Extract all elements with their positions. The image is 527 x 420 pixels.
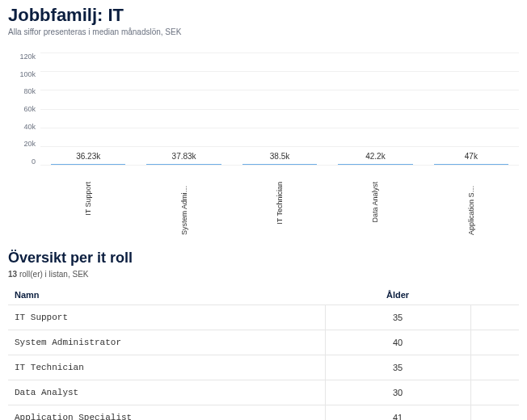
cell-name: IT Technician <box>8 355 325 380</box>
bar-slot: 36.23k <box>40 152 136 165</box>
overview-title: Översikt per it roll <box>8 250 519 267</box>
bar[interactable] <box>146 164 221 165</box>
y-tick: 60k <box>23 105 36 113</box>
y-tick: 100k <box>19 70 36 78</box>
overview-table: Namn Ålder IT Support35System Administra… <box>8 285 519 420</box>
cell-age: 35 <box>325 355 470 380</box>
page-title: Jobbfamilj: IT <box>8 5 519 26</box>
col-name-header[interactable]: Namn <box>8 285 325 305</box>
cell-extra <box>470 305 519 330</box>
bar-slot: 42.2k <box>327 152 423 165</box>
cell-age: 40 <box>325 330 470 355</box>
y-tick: 20k <box>23 140 36 148</box>
cell-extra <box>470 330 519 355</box>
x-tick-label: IT Technician <box>276 182 284 225</box>
col-extra-header <box>470 285 519 305</box>
chart-y-axis: 120k100k80k60k40k20k0 <box>8 52 40 166</box>
bar[interactable] <box>434 164 508 165</box>
x-tick-label: IT Support <box>84 182 92 216</box>
bar[interactable] <box>51 164 125 165</box>
cell-extra <box>470 380 519 405</box>
bar-value-label: 38.5k <box>270 152 289 161</box>
bar-slot: 38.5k <box>232 152 327 165</box>
bar-slot: 37.83k <box>136 152 231 165</box>
x-tick-label: Application Specialist <box>467 182 475 235</box>
chart-x-axis: IT SupportSystem Administrat...IT Techni… <box>40 174 519 235</box>
bar-value-label: 36.23k <box>76 152 100 161</box>
y-tick: 120k <box>19 52 36 61</box>
overview-subtitle: 13 roll(er) i listan, SEK <box>8 270 519 279</box>
chart-plot: 36.23k37.83k38.5k42.2k47k <box>40 52 519 166</box>
overview-subtitle-rest: roll(er) i listan, SEK <box>17 270 88 279</box>
bar-value-label: 37.83k <box>172 152 196 161</box>
table-header-row: Namn Ålder <box>8 285 519 305</box>
x-tick-label: Data Analyst <box>371 182 379 223</box>
page-subtitle: Alla siffor presenteras i median månadsl… <box>8 27 519 36</box>
table-row[interactable]: Data Analyst30 <box>8 380 519 405</box>
cell-extra <box>470 405 519 421</box>
bar[interactable] <box>242 164 317 165</box>
overview-count: 13 <box>8 270 17 279</box>
cell-name: Data Analyst <box>8 380 325 405</box>
bar-slot: 47k <box>424 152 519 165</box>
y-tick: 0 <box>32 158 36 166</box>
x-tick-label: System Administrat... <box>180 182 188 235</box>
table-row[interactable]: IT Technician35 <box>8 355 519 380</box>
table-row[interactable]: System Administrator40 <box>8 330 519 355</box>
col-age-header[interactable]: Ålder <box>325 285 470 305</box>
bar[interactable] <box>338 164 412 165</box>
cell-name: System Administrator <box>8 330 325 355</box>
bar-value-label: 42.2k <box>365 152 385 161</box>
y-tick: 40k <box>23 123 36 131</box>
table-row[interactable]: Application Specialist41 <box>8 405 519 421</box>
cell-extra <box>470 355 519 380</box>
cell-name: Application Specialist <box>8 405 325 421</box>
cell-age: 30 <box>325 380 470 405</box>
cell-name: IT Support <box>8 305 325 330</box>
cell-age: 35 <box>325 305 470 330</box>
table-row[interactable]: IT Support35 <box>8 305 519 330</box>
cell-age: 41 <box>325 405 470 421</box>
salary-bar-chart: 120k100k80k60k40k20k0 36.23k37.83k38.5k4… <box>8 46 519 238</box>
bar-value-label: 47k <box>465 152 478 161</box>
y-tick: 80k <box>23 87 36 95</box>
